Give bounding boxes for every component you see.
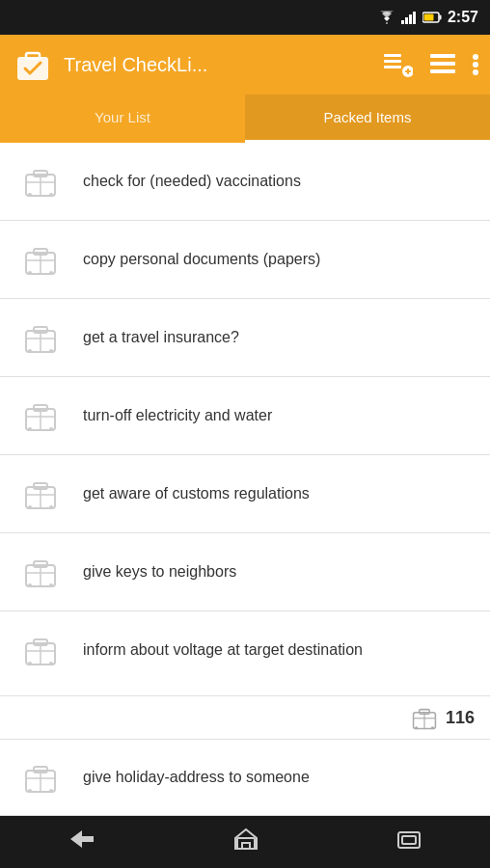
svg-rect-6	[423, 14, 433, 21]
svg-rect-26	[49, 193, 53, 197]
list-item[interactable]: get a travel insurance?	[0, 299, 490, 377]
svg-rect-25	[28, 193, 32, 197]
svg-rect-32	[49, 271, 53, 275]
more-icon[interactable]	[473, 54, 478, 75]
svg-rect-14	[407, 68, 409, 74]
svg-rect-44	[49, 427, 53, 431]
tabs: Your List Packed Items	[0, 95, 490, 143]
svg-rect-50	[49, 505, 53, 509]
svg-rect-2	[409, 14, 412, 24]
home-button[interactable]	[214, 820, 278, 864]
tab-your-list[interactable]: Your List	[0, 95, 245, 143]
suitcase-icon-8	[15, 752, 66, 802]
svg-rect-68	[431, 726, 434, 729]
svg-rect-49	[28, 505, 32, 509]
list-item[interactable]: give holiday-address to someone	[0, 739, 490, 816]
suitcase-icon-1	[15, 156, 66, 206]
suitcase-icon-7	[15, 625, 66, 675]
svg-rect-11	[384, 66, 401, 68]
list-item[interactable]: copy personal documents (papers)	[0, 221, 490, 299]
app-bar-actions	[384, 52, 478, 77]
add-list-icon[interactable]	[384, 52, 413, 77]
status-bar: 2:57	[0, 0, 490, 35]
badge-count: 116	[446, 708, 475, 728]
list-item-text: give keys to neighbors	[83, 562, 475, 583]
list-item-text: give holiday-address to someone	[83, 768, 475, 788]
list-item[interactable]: check for (needed) vaccinations	[0, 143, 490, 221]
svg-rect-15	[430, 54, 455, 58]
checklist: check for (needed) vaccinations copy per…	[0, 143, 490, 695]
list-item[interactable]: get aware of customs regulations	[0, 455, 490, 533]
svg-rect-38	[49, 349, 53, 353]
svg-rect-10	[384, 60, 401, 63]
status-icons: 2:57	[378, 9, 478, 26]
suitcase-icon-4	[15, 391, 66, 441]
view-icon[interactable]	[430, 54, 455, 75]
svg-rect-31	[28, 271, 32, 275]
svg-rect-0	[401, 20, 404, 24]
svg-rect-43	[28, 427, 32, 431]
bottom-nav	[0, 816, 490, 868]
svg-rect-1	[405, 17, 408, 24]
list-item-text: get aware of customs regulations	[83, 484, 475, 504]
badge-suitcase-icon	[409, 702, 440, 733]
signal-icon	[401, 11, 417, 24]
list-item-text: get a travel insurance?	[83, 328, 475, 348]
svg-rect-8	[26, 53, 40, 59]
battery-icon	[422, 12, 442, 23]
badge-row: 116	[0, 695, 490, 739]
svg-rect-37	[28, 349, 32, 353]
suitcase-icon-3	[15, 312, 66, 363]
wifi-icon	[378, 11, 395, 24]
svg-rect-16	[430, 62, 455, 66]
svg-point-18	[473, 54, 478, 60]
svg-rect-73	[28, 789, 32, 793]
suitcase-icon-6	[15, 547, 66, 597]
svg-rect-55	[28, 583, 32, 587]
svg-rect-67	[415, 726, 418, 729]
suitcase-icon-5	[15, 469, 66, 519]
list-item-text: check for (needed) vaccinations	[83, 172, 475, 192]
svg-point-19	[473, 62, 478, 68]
svg-rect-62	[49, 662, 53, 665]
tab-packed-items[interactable]: Packed Items	[245, 95, 490, 143]
app-title: Travel CheckLi...	[64, 54, 384, 76]
app-bar: Travel CheckLi...	[0, 35, 490, 95]
app-logo	[12, 43, 54, 86]
list-item[interactable]: turn-off electricity and water	[0, 377, 490, 455]
svg-rect-5	[439, 15, 441, 20]
svg-point-20	[473, 69, 478, 75]
list-item[interactable]: inform about voltage at target destinati…	[0, 611, 490, 689]
recent-button[interactable]	[377, 821, 441, 863]
svg-rect-77	[402, 836, 416, 844]
status-time: 2:57	[448, 9, 478, 26]
suitcase-icon-2	[15, 234, 66, 285]
list-item-text: copy personal documents (papers)	[83, 250, 475, 270]
svg-rect-9	[384, 54, 401, 57]
svg-rect-3	[413, 12, 416, 24]
svg-rect-17	[430, 69, 455, 73]
svg-rect-74	[49, 789, 53, 793]
list-item-text: turn-off electricity and water	[83, 406, 475, 426]
list-item-text: inform about voltage at target destinati…	[83, 640, 475, 661]
list-item[interactable]: give keys to neighbors	[0, 533, 490, 611]
svg-rect-56	[49, 583, 53, 587]
back-button[interactable]	[49, 821, 115, 863]
svg-rect-61	[28, 662, 32, 665]
